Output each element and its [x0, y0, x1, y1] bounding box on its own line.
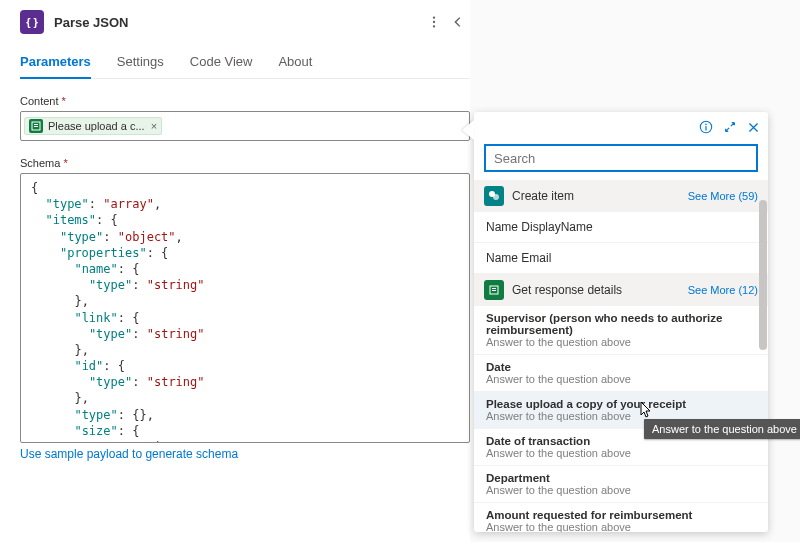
token-label: Please upload a c...	[48, 120, 145, 132]
svg-rect-12	[492, 288, 496, 289]
see-more-link[interactable]: See More (59)	[688, 190, 758, 202]
svg-point-2	[433, 25, 435, 27]
parse-json-icon: { }	[20, 10, 44, 34]
info-icon[interactable]	[699, 120, 713, 134]
collapse-icon[interactable]	[446, 7, 470, 37]
sharepoint-icon	[484, 186, 504, 206]
tab-settings[interactable]: Settings	[117, 46, 164, 78]
tab-parameters[interactable]: Parameters	[20, 46, 91, 79]
block-title: Get response details	[512, 283, 688, 297]
close-icon[interactable]	[747, 121, 760, 134]
item-department[interactable]: Department Answer to the question above	[474, 466, 768, 503]
generate-schema-link[interactable]: Use sample payload to generate schema	[20, 447, 238, 461]
svg-point-1	[433, 21, 435, 23]
forms-icon	[29, 119, 43, 133]
item-supervisor[interactable]: Supervisor (person who needs to authoriz…	[474, 306, 768, 355]
expand-icon[interactable]	[723, 120, 737, 134]
svg-rect-13	[492, 290, 496, 291]
mouse-cursor-icon	[637, 400, 653, 420]
search-input[interactable]	[492, 150, 750, 167]
schema-label: Schema	[20, 157, 470, 169]
tab-about[interactable]: About	[278, 46, 312, 78]
see-more-link[interactable]: See More (12)	[688, 284, 758, 296]
results-scroll[interactable]: Create item See More (59) Name DisplayNa…	[474, 180, 768, 532]
item-date[interactable]: Date Answer to the question above	[474, 355, 768, 392]
token-remove-icon[interactable]: ×	[151, 120, 157, 132]
block-create-item[interactable]: Create item See More (59)	[474, 180, 768, 212]
block-get-response[interactable]: Get response details See More (12)	[474, 274, 768, 306]
dynamic-content-token[interactable]: Please upload a c... ×	[24, 117, 162, 135]
svg-point-0	[433, 16, 435, 18]
item-amount[interactable]: Amount requested for reimbursement Answe…	[474, 503, 768, 532]
item-email[interactable]: Name Email	[474, 243, 768, 274]
forms-icon	[484, 280, 504, 300]
schema-textarea[interactable]: { "type": "array", "items": { "type": "o…	[20, 173, 470, 443]
item-displayname[interactable]: Name DisplayName	[474, 212, 768, 243]
scrollbar[interactable]	[759, 180, 767, 532]
svg-point-10	[493, 194, 499, 200]
svg-rect-8	[705, 126, 706, 130]
svg-rect-4	[34, 124, 38, 125]
tooltip: Answer to the question above	[644, 419, 800, 439]
callout-pointer	[462, 120, 474, 140]
scrollbar-thumb[interactable]	[759, 200, 767, 350]
dynamic-content-popup: Create item See More (59) Name DisplayNa…	[474, 112, 768, 532]
content-label: Content	[20, 95, 470, 107]
tab-codeview[interactable]: Code View	[190, 46, 253, 78]
content-input[interactable]: Please upload a c... ×	[20, 111, 470, 141]
block-title: Create item	[512, 189, 688, 203]
action-config-panel: { } Parse JSON Parameters Settings Code …	[20, 2, 470, 542]
tabs: Parameters Settings Code View About	[20, 46, 470, 79]
search-box[interactable]	[484, 144, 758, 172]
more-icon[interactable]	[422, 7, 446, 37]
svg-point-7	[705, 124, 707, 126]
step-title: Parse JSON	[54, 15, 422, 30]
svg-rect-5	[34, 126, 38, 127]
